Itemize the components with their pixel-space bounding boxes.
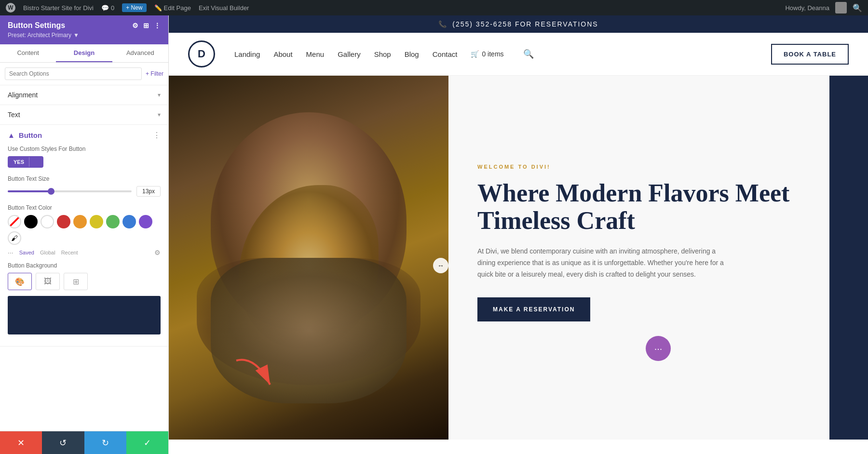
bg-option-pattern[interactable]: ⊞ [64,273,88,290]
text-color-label: Button Text Color [8,204,161,211]
admin-bar-wp-logo[interactable]: W [6,3,15,13]
nav-link-landing[interactable]: Landing [234,50,260,58]
admin-bar-right: Howdy, Deanna 🔍 [785,2,862,13]
howdy-label: Howdy, Deanna [785,4,829,12]
bg-option-gradient[interactable]: 🖼 [36,273,60,290]
color-swatch-red[interactable] [57,215,70,228]
panel-title-label: Button Settings [8,21,65,30]
nav-links: Landing About Menu Gallery Shop Blog Con… [234,49,752,59]
color-settings-gear-icon[interactable]: ⚙ [154,249,161,256]
section-text: Text ▾ [0,105,168,125]
slider-thumb[interactable] [48,188,54,195]
button-section-label: Button [19,131,42,139]
color-swatch-black[interactable] [24,215,38,228]
admin-bar: W D Bistro Starter Site for Divi 💬 0 + N… [0,0,868,15]
alignment-section-header[interactable]: Alignment ▾ [0,85,168,105]
admin-bar-exit-builder[interactable]: Exit Visual Builder [199,4,249,12]
color-label-global[interactable]: Global [40,250,55,255]
custom-styles-label: Use Custom Styles For Button [8,146,161,152]
section-alignment: Alignment ▾ [0,85,168,105]
custom-styles-toggle[interactable]: YES [8,156,43,168]
filter-button[interactable]: + Filter [146,70,163,77]
bg-option-color[interactable]: 🎨 [8,273,32,290]
tab-content[interactable]: Content [0,44,56,62]
color-swatch-purple[interactable] [139,215,152,228]
color-swatch-yellow[interactable] [90,215,103,228]
panel-header: Button Settings ⚙ ⊞ ⋮ Preset: Architect … [0,15,168,44]
left-panel: Button Settings ⚙ ⊞ ⋮ Preset: Architect … [0,15,169,454]
phone-icon: 📞 [438,20,448,28]
nav-link-gallery[interactable]: Gallery [338,50,361,58]
section-button: ▲ Button ⋮ Use Custom Styles For Button … [0,125,168,347]
save-button[interactable]: ✓ [126,431,168,454]
panel-tabs: Content Design Advanced [0,44,168,63]
color-swatch-orange[interactable] [73,215,87,228]
hero-eyebrow: WELCOME TO DIVI! [477,164,839,170]
button-section-up-icon: ▲ [8,131,15,139]
color-preview-area[interactable] [8,296,161,334]
admin-bar-site-name[interactable]: D Bistro Starter Site for Divi [23,4,94,12]
text-size-label: Button Text Size [8,175,161,182]
admin-bar-comments[interactable]: 💬 0 [101,4,114,12]
phone-bar: 📞 (255) 352-6258 FOR RESERVATIONS [169,15,868,33]
close-discard-button[interactable]: ✕ [0,431,42,454]
nav-link-blog[interactable]: Blog [405,50,419,58]
resize-handle[interactable]: ↔ [433,258,448,273]
hero-image: ↔ [169,76,448,440]
admin-search-icon[interactable]: 🔍 [853,3,862,13]
panel-icon-more[interactable]: ⋮ [154,22,161,29]
text-size-slider-track [8,190,132,192]
panel-preset[interactable]: Preset: Architect Primary ▼ [8,32,161,39]
button-bg-label: Button Background [8,262,161,269]
color-swatch-white[interactable] [41,215,54,228]
site-logo[interactable]: D [188,40,215,67]
toggle-container: YES [8,156,161,168]
make-reservation-button[interactable]: MAKE A RESERVATION [477,297,590,321]
nav-link-shop[interactable]: Shop [374,50,391,58]
panel-icon-columns[interactable]: ⊞ [143,22,149,29]
floating-dots-button[interactable]: ··· [646,336,671,361]
nav-link-contact[interactable]: Contact [433,50,458,58]
text-size-value[interactable]: 13px [136,186,161,197]
food-photo [169,76,448,440]
button-settings-icon[interactable]: ⋮ [153,131,161,140]
color-swatch-transparent[interactable] [8,215,21,228]
site-navigation: D Landing About Menu Gallery Shop Blog C… [169,33,868,76]
admin-bar-edit-page[interactable]: ✏️ Edit Page [154,4,191,12]
bg-options-row: 🎨 🖼 ⊞ [8,273,161,290]
text-section-header[interactable]: Text ▾ [0,105,168,124]
bottom-actions: ✕ ↺ ↻ ✓ [0,431,168,454]
tab-advanced[interactable]: Advanced [112,44,168,62]
alignment-chevron: ▾ [158,92,161,98]
site-name-label: Bistro Starter Site for Divi [23,4,94,12]
undo-button[interactable]: ↺ [42,431,84,454]
button-section-header[interactable]: ▲ Button ⋮ [8,125,161,146]
search-options-bar: + Filter [0,63,168,85]
color-swatch-blue[interactable] [122,215,136,228]
color-swatch-brush[interactable]: 🖌 [8,231,21,245]
text-label: Text [8,111,20,119]
button-section-content: ▲ Button ⋮ Use Custom Styles For Button … [0,125,168,346]
color-label-saved[interactable]: Saved [19,250,34,255]
color-swatch-green[interactable] [106,215,120,228]
nav-link-about[interactable]: About [273,50,292,58]
hero-body: At Divi, we blend contemporary cuisine w… [477,246,728,280]
color-label-recent[interactable]: Recent [61,250,78,255]
tab-design[interactable]: Design [56,44,112,62]
color-dots[interactable]: ··· [8,249,14,256]
panel-header-icons: ⚙ ⊞ ⋮ [132,22,161,29]
button-section-icons: ⋮ [153,131,161,140]
toggle-yes: YES [9,157,29,167]
admin-bar-new-button[interactable]: + New [122,3,146,12]
search-options-input[interactable] [5,67,142,80]
book-table-button[interactable]: BOOK A TABLE [771,44,849,65]
redo-button[interactable]: ↻ [84,431,126,454]
nav-link-menu[interactable]: Menu [306,50,325,58]
panel-content: Alignment ▾ Text ▾ ▲ Button [0,85,168,431]
search-icon[interactable]: 🔍 [523,49,534,59]
alignment-label: Alignment [8,91,38,99]
hero-heading: Where Modern Flavors Meet Timeless Craft [477,179,839,234]
nav-cart[interactable]: 🛒 0 items [471,50,503,58]
panel-icon-settings[interactable]: ⚙ [132,22,138,29]
hero-section: ↔ WE [169,76,868,440]
